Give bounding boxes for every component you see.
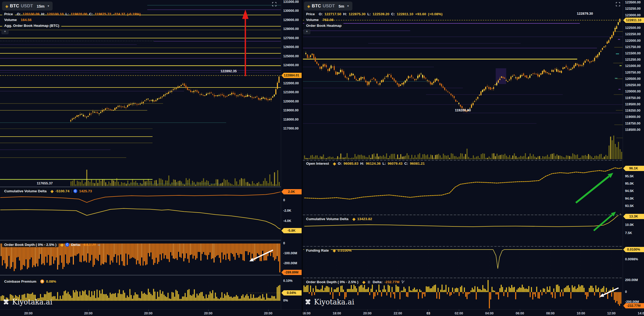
open-value: 122717.50 [324, 12, 341, 16]
axis-label: 119000.00 [625, 115, 640, 119]
binance-icon: ◈ [362, 280, 366, 284]
symbol-selector-right[interactable]: ◈ BTCUSDT 5m ▼ [304, 2, 352, 11]
red-arrow-annotation [242, 9, 249, 76]
delta-label: Delta: [373, 280, 383, 284]
axis-label: 94.5K [625, 189, 634, 193]
exchange-icon [367, 280, 371, 284]
link-icon[interactable]: ∞ [98, 243, 100, 247]
time-tick [337, 310, 337, 311]
binance-icon: ◈ [50, 189, 54, 193]
low-label: L: [65, 12, 69, 16]
binance-icon: ◈ [333, 248, 336, 252]
axis-label: 0 [283, 198, 285, 202]
collapse-button-right[interactable]: ^ [303, 29, 310, 34]
symbol-quote: USDT [323, 3, 335, 9]
time-tick [489, 310, 490, 311]
time-tick [367, 310, 368, 311]
time-label: 04:00 [485, 312, 494, 315]
broken-link-icon[interactable] [401, 280, 405, 284]
premium-value: 0.08% [46, 279, 56, 283]
heatmap-label: Order Book Heatmap [304, 23, 344, 28]
axis-label: 131000.00 [283, 0, 299, 4]
funding-header-right: Funding Rate ◈ 0.0100% [304, 248, 352, 253]
cvd-coinbase-value: 1425.73 [79, 189, 92, 193]
oi-open-value: 96085.83 [344, 162, 358, 165]
collapse-button-left[interactable]: ^ [2, 29, 8, 34]
axis-label: 122500.00 [625, 26, 641, 30]
fullscreen-icon-right[interactable] [616, 2, 620, 6]
funding-title: Funding Rate [304, 248, 331, 253]
divider [71, 190, 72, 193]
symbol-selector-left[interactable]: ◈ BTCUSDT 15m ▼ [2, 2, 53, 11]
time-tick [28, 310, 29, 311]
cvd-title: Cumulative Volume Delta [304, 216, 351, 221]
volume-value: 164.56 [21, 18, 32, 22]
axis-badge: 122811.10 [623, 18, 644, 23]
time-label: 16:00 [302, 312, 311, 315]
panel-divider-vertical [302, 0, 303, 316]
close-value: 119875.72 [95, 12, 111, 16]
time-label: 08:00 [546, 312, 555, 315]
time-tick [88, 310, 89, 311]
axis-label: 121500.00 [625, 51, 641, 55]
symbol-base: BTC [312, 3, 321, 9]
axis-badge: 122884.01 [281, 73, 302, 78]
time-label: 20:00 [204, 312, 212, 315]
time-label: 20:00 [363, 312, 372, 315]
axis-label: 120750.00 [625, 71, 641, 74]
binance-icon: ◈ [307, 4, 310, 8]
axis-badge: -5.8K [281, 228, 302, 233]
time-tick [611, 310, 612, 311]
axis-label: 0.10% [283, 279, 292, 283]
volume-row-left: Volume 164.56 [2, 17, 32, 22]
axis-label: 126000.00 [283, 45, 299, 49]
time-axis[interactable]: 20:0020:0020:0020:0020:0016:0018:0020:00… [0, 309, 644, 316]
axis-label: 120250.00 [625, 83, 641, 87]
time-tick [459, 310, 459, 311]
axis-label: 118000.00 [283, 118, 298, 121]
time-label: 20:00 [84, 312, 93, 315]
coinbase-icon: C [65, 243, 69, 247]
price-axis-right[interactable]: 123500.00123250.00123000.00122500.001222… [623, 0, 644, 309]
binance-icon: ◈ [333, 162, 336, 165]
chevron-down-icon: ▼ [47, 5, 49, 7]
change-value: +93.60 [415, 12, 426, 16]
binance-icon: ◈ [352, 217, 356, 221]
price-label: Price [304, 12, 317, 17]
axis-label: 121750.00 [625, 45, 641, 49]
axis-badge: 0.0100% [623, 247, 644, 252]
charts-canvas[interactable] [0, 0, 644, 309]
axis-label: 122000.00 [625, 39, 641, 43]
volume-row-right: Volume 763.08 [304, 17, 333, 22]
crosshair-price-label: 122892.35 [205, 69, 237, 73]
volume-value: 763.08 [323, 18, 333, 22]
symbol-base: BTC [10, 3, 19, 9]
interval-label: 15m [37, 4, 44, 8]
low-label: L: [382, 162, 386, 165]
obd-header-left: Order Book Depth ( 0% - 2.5% ) ◈ C Delta… [2, 242, 100, 247]
oi-high-value: 96124.36 [366, 162, 381, 165]
volume-label: Volume [304, 17, 321, 22]
axis-label: 119750.00 [625, 96, 640, 100]
oi-low-value: 96079.43 [388, 162, 402, 165]
axis-badge: 2.0K [281, 189, 302, 194]
open-label: O: [319, 12, 323, 16]
time-tick [398, 310, 398, 311]
watermark-text: Kiyotaka.ai [12, 298, 52, 306]
kiyotaka-watermark-left: Kiyotaka.ai [2, 298, 52, 306]
time-label: 14:00 [638, 312, 644, 315]
cvd-value: 13423.82 [357, 217, 372, 221]
change-pct: (+0.08%) [428, 12, 443, 16]
fullscreen-icon-left[interactable] [272, 2, 276, 6]
chart-low-label-right: 119200.00 [448, 108, 478, 112]
change-value: -224.37 [113, 12, 125, 16]
heatmap-title-right: Order Book Heatmap [304, 23, 344, 28]
premium-header-left: Coinbase Premium B 0.08% [2, 279, 56, 284]
close-value: 122811.10 [397, 12, 413, 16]
heatmap-title-left: Agg. Order Book Heatmap (BTC) [2, 23, 61, 28]
price-label: Price [2, 12, 15, 17]
high-label: H: [343, 12, 347, 16]
axis-label: 119500.00 [625, 102, 640, 106]
close-label: C: [404, 162, 408, 165]
price-axis-left[interactable]: 131000.00130000.00129000.00128000.001270… [281, 0, 302, 309]
